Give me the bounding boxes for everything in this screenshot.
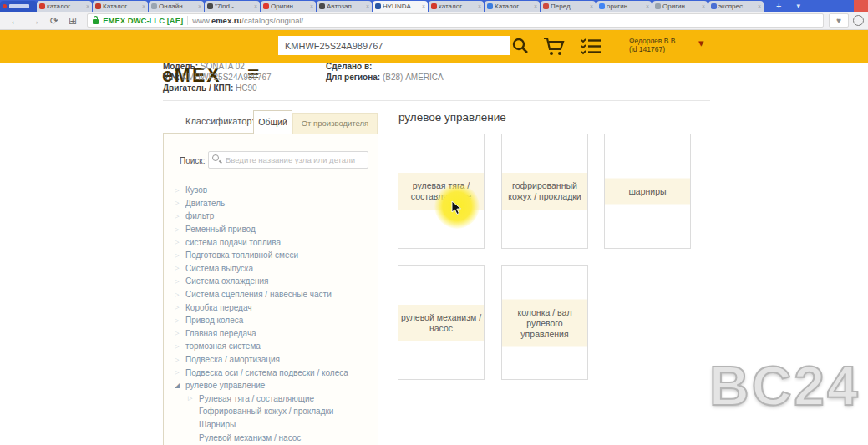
close-tab-icon[interactable]: × (702, 3, 705, 9)
search-icon[interactable] (511, 37, 530, 55)
card-rulevoy-mehanizm[interactable]: рулевой механизм / насос (398, 265, 485, 380)
browser-tab[interactable]: оригин× (596, 1, 652, 12)
chevron-right-icon[interactable] (175, 226, 185, 233)
security-badge[interactable]: EMEX DWC-LLC [AE] (103, 16, 183, 25)
chevron-right-icon[interactable] (175, 213, 185, 220)
close-tab-icon[interactable]: × (142, 3, 145, 9)
forward-icon[interactable]: → (30, 13, 40, 29)
chevron-right-icon[interactable] (175, 330, 185, 336)
card-kolonka-val[interactable]: колонка / вал рулевого управления (501, 265, 588, 380)
tree-item-sharniry[interactable]: Шарниры (175, 418, 377, 432)
browser-tab[interactable]: Оригин× (652, 1, 708, 12)
browser-tab[interactable]: каталог× (429, 1, 484, 12)
tab-list-chevron-icon[interactable]: ▾ (796, 1, 800, 12)
browser-tab[interactable]: каталог× (37, 1, 92, 12)
cart-icon[interactable] (542, 36, 566, 57)
chevron-right-icon[interactable] (175, 239, 185, 245)
user-account[interactable]: Федорлев В.В. (id 141767) (629, 37, 678, 53)
bookmark-heart-icon[interactable]: ♥ (829, 13, 849, 28)
close-tab-icon[interactable]: × (534, 3, 537, 9)
tree-item-remennyy-privod[interactable]: Ременный привод (175, 223, 377, 236)
chevron-right-icon[interactable] (175, 291, 185, 298)
tree-item-rulevoe-upravlenie-expanded[interactable]: рулевое управление (175, 379, 377, 392)
close-tab-icon[interactable]: × (646, 3, 649, 9)
chevron-right-icon[interactable] (175, 187, 185, 194)
tree-item-gofrirovannyy-kozhuh[interactable]: Гофрированный кожух / прокладки (175, 405, 377, 418)
browser-tab[interactable]: "7ind -× (205, 1, 260, 12)
close-tab-icon[interactable]: × (590, 3, 593, 9)
tab-general[interactable]: Общий (253, 110, 292, 134)
browser-tab[interactable]: Автозап× (317, 1, 372, 12)
close-tab-icon[interactable]: × (254, 3, 257, 9)
tree-item-kuzov[interactable]: Кузов (175, 184, 377, 197)
close-tab-icon[interactable]: × (86, 3, 89, 9)
tree-item-privod-kolesa[interactable]: Привод колеса (175, 314, 377, 327)
refresh-icon[interactable]: ⟳ (50, 13, 58, 29)
close-tab-icon[interactable]: × (310, 3, 313, 9)
tree-item-sistema-podachi-topliva[interactable]: система подачи топлива (175, 235, 377, 249)
tree-item-sistema-vypuska[interactable]: Система выпуска (175, 262, 377, 276)
chevron-right-icon[interactable] (175, 252, 185, 259)
search-icon (212, 154, 219, 161)
browser-tab[interactable]: Онлайн× (149, 1, 204, 12)
user-name: Федорлев В.В. (629, 37, 678, 45)
browser-tab[interactable]: Оригин× (261, 1, 316, 12)
favicon-icon (151, 3, 157, 9)
card-sharniry[interactable]: шарниры (604, 134, 691, 249)
tree-item-podveska-amortizaciya[interactable]: Подвеска / амортизация (175, 353, 377, 367)
chevron-right-icon[interactable] (175, 200, 185, 206)
chevron-right-icon[interactable] (175, 317, 185, 324)
favicon-icon (319, 3, 325, 9)
tree-item-glavnaya-peredacha[interactable]: Главная передача (175, 327, 377, 341)
apps-icon[interactable]: ⊞ (69, 13, 77, 29)
user-id: (id 141767) (629, 45, 678, 53)
browser-tab[interactable]: экспрес× (708, 1, 764, 12)
browser-tab-active[interactable]: HYUNDA× (373, 1, 428, 12)
history-icon[interactable] (853, 15, 864, 26)
tree-item-filtr[interactable]: фильтр (175, 210, 377, 223)
close-tab-icon[interactable]: × (422, 3, 425, 9)
chevron-right-icon[interactable] (175, 357, 185, 363)
orders-list-icon[interactable] (580, 38, 602, 55)
chevron-right-icon[interactable] (175, 278, 185, 285)
tree-item-sistema-scepleniya[interactable]: Система сцепления / навесные части (175, 288, 377, 301)
browser-tab[interactable]: Каталог× (485, 1, 540, 12)
tree-item-podveska-osi[interactable]: Подвеска оси / система подвески / колеса (175, 366, 377, 379)
part-number-search-input[interactable] (278, 36, 510, 55)
tree-item-dvigatel[interactable]: Двигатель (175, 197, 377, 210)
chevron-right-icon[interactable] (175, 304, 185, 311)
chevron-down-icon[interactable]: ▾ (698, 37, 704, 49)
browser-tab[interactable]: Каталог× (93, 1, 148, 12)
tree-item-rulevaya-tyaga[interactable]: Рулевая тяга / составляющие (175, 392, 377, 406)
tree-item-korobka-peredach[interactable]: Коробка передач (175, 301, 377, 314)
close-tab-icon[interactable]: × (478, 3, 481, 9)
window-close-button[interactable] (854, 0, 868, 12)
browser-tab[interactable]: Перед× (541, 1, 596, 12)
favicon-icon (207, 3, 213, 9)
url-text[interactable]: www.emex.ru/catalogs/original/ (192, 16, 303, 25)
close-tab-icon[interactable]: × (198, 3, 201, 9)
tab-favicon (3, 4, 7, 8)
chevron-expanded-icon[interactable] (175, 382, 185, 389)
chevron-right-icon[interactable] (175, 265, 185, 271)
background-window-tab[interactable] (0, 1, 37, 12)
tree-item-rulevoy-mehanizm[interactable]: Рулевой механизм / насос (175, 431, 377, 444)
vehicle-made-in: Сделано в: (326, 62, 372, 71)
back-icon[interactable]: ← (10, 13, 20, 29)
chevron-right-icon[interactable] (175, 343, 185, 350)
chevron-right-icon[interactable] (175, 369, 185, 376)
vehicle-model: Модель: SONATA 02 (163, 62, 245, 71)
browser-window: каталог× Каталог× Онлайн× "7ind -× Ориги… (0, 0, 868, 445)
new-tab-button[interactable]: + (776, 1, 781, 12)
card-gofrirovannyy-kozhuh[interactable]: гофрированный кожух / прокладки (501, 134, 588, 249)
card-rulevaya-tyaga[interactable]: рулевая тяга / составляющие (398, 134, 485, 249)
tree-item-tormoznaya-sistema[interactable]: тормозная система (175, 340, 377, 353)
tab-manufacturer[interactable]: От производителя (292, 113, 378, 134)
node-search-input[interactable] (208, 151, 368, 169)
url-box[interactable]: EMEX DWC-LLC [AE] www.emex.ru/catalogs/o… (87, 13, 824, 28)
chevron-right-icon[interactable] (188, 395, 199, 402)
close-tab-icon[interactable]: × (758, 3, 761, 9)
tree-item-podgotovka-toplivnoy-smesi[interactable]: Подготовка топливной смеси (175, 249, 377, 262)
close-tab-icon[interactable]: × (366, 3, 369, 9)
tree-item-sistema-ohlazhdeniya[interactable]: Система охлаждения (175, 275, 377, 288)
